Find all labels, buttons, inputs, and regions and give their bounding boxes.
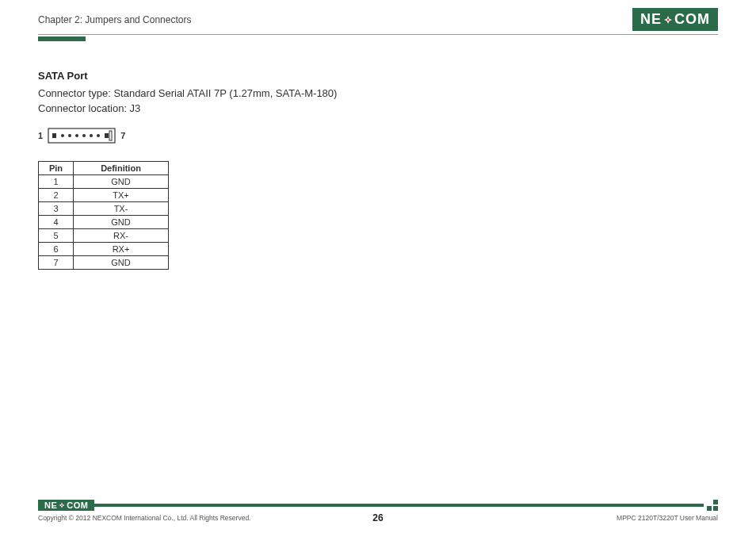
logo-x-icon bbox=[662, 14, 674, 25]
svg-point-15 bbox=[61, 504, 63, 506]
page-number: 26 bbox=[372, 512, 383, 523]
page-content: SATA Port Connector type: Standard Seria… bbox=[0, 41, 756, 270]
table-row: 3TX- bbox=[39, 201, 169, 215]
cell-pin: 7 bbox=[39, 255, 74, 269]
footer-logo-text-left: NE bbox=[44, 500, 57, 510]
copyright-text: Copyright © 2012 NEXCOM International Co… bbox=[38, 514, 250, 522]
footer-brand-logo: NE COM bbox=[38, 500, 94, 511]
footer-squares-icon bbox=[707, 500, 718, 511]
svg-point-2 bbox=[667, 18, 670, 21]
footer-bar-fill bbox=[94, 504, 704, 507]
table-header-definition: Definition bbox=[74, 161, 169, 174]
footer-logo-text-right: COM bbox=[67, 500, 88, 510]
cell-def: RX- bbox=[74, 228, 169, 242]
cell-pin: 1 bbox=[39, 174, 74, 188]
cell-def: GND bbox=[74, 174, 169, 188]
cell-pin: 6 bbox=[39, 242, 74, 255]
page-header: Chapter 2: Jumpers and Connectors NE COM bbox=[0, 0, 756, 34]
cell-def: GND bbox=[74, 255, 169, 269]
cell-pin: 2 bbox=[39, 188, 74, 201]
svg-point-5 bbox=[61, 134, 64, 137]
table-row: 5RX- bbox=[39, 228, 169, 242]
cell-def: TX+ bbox=[74, 188, 169, 201]
section-title: SATA Port bbox=[38, 70, 718, 82]
table-row: 4GND bbox=[39, 215, 169, 228]
svg-rect-4 bbox=[52, 133, 56, 138]
table-row: 2TX+ bbox=[39, 188, 169, 201]
sata-connector-icon bbox=[48, 128, 116, 144]
cell-pin: 4 bbox=[39, 215, 74, 228]
svg-point-7 bbox=[75, 134, 78, 137]
pin-definition-table: Pin Definition 1GND 2TX+ 3TX- 4GND 5RX- … bbox=[38, 161, 169, 270]
cell-pin: 5 bbox=[39, 228, 74, 242]
footer-text-row: Copyright © 2012 NEXCOM International Co… bbox=[38, 514, 718, 522]
svg-point-10 bbox=[97, 134, 100, 137]
page-footer: NE COM Copyright © 2012 NEXCOM Internati… bbox=[0, 499, 756, 522]
table-row: 7GND bbox=[39, 255, 169, 269]
diagram-pin-left: 1 bbox=[38, 131, 43, 140]
connector-type-text: Connector type: Standard Serial ATAII 7P… bbox=[38, 86, 718, 102]
table-row: 1GND bbox=[39, 174, 169, 188]
logo-text-right: COM bbox=[674, 11, 710, 28]
header-rule bbox=[38, 34, 718, 35]
brand-logo-box: NE COM bbox=[632, 8, 718, 31]
cell-def: GND bbox=[74, 215, 169, 228]
svg-point-8 bbox=[82, 134, 86, 137]
svg-point-9 bbox=[90, 134, 93, 137]
table-header-pin: Pin bbox=[39, 161, 74, 174]
svg-point-6 bbox=[68, 134, 71, 137]
table-row: 6RX+ bbox=[39, 242, 169, 255]
footer-logo-x-icon bbox=[58, 501, 66, 509]
chapter-title: Chapter 2: Jumpers and Connectors bbox=[38, 14, 191, 25]
svg-rect-11 bbox=[105, 133, 109, 138]
footer-bar: NE COM bbox=[38, 499, 718, 512]
brand-logo: NE COM bbox=[632, 8, 718, 31]
cell-def: RX+ bbox=[74, 242, 169, 255]
cell-pin: 3 bbox=[39, 201, 74, 215]
connector-diagram: 1 7 bbox=[38, 128, 718, 144]
svg-rect-12 bbox=[109, 131, 112, 140]
manual-name: MPPC 2120T/3220T User Manual bbox=[617, 514, 718, 522]
logo-text-left: NE bbox=[640, 11, 662, 28]
diagram-pin-right: 7 bbox=[120, 131, 125, 140]
table-header-row: Pin Definition bbox=[39, 161, 169, 174]
connector-location-text: Connector location: J3 bbox=[38, 102, 718, 117]
cell-def: TX- bbox=[74, 201, 169, 215]
